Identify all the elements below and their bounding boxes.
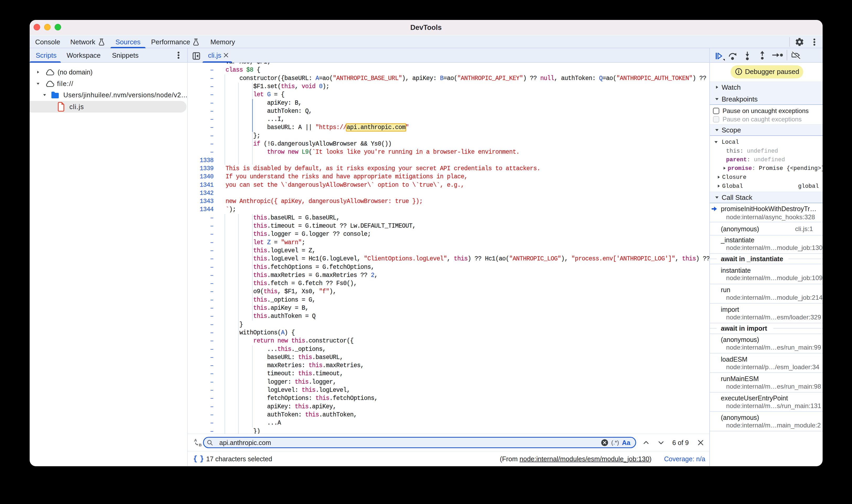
svg-text:B: B <box>199 443 202 447</box>
svg-text:A: A <box>194 438 197 443</box>
